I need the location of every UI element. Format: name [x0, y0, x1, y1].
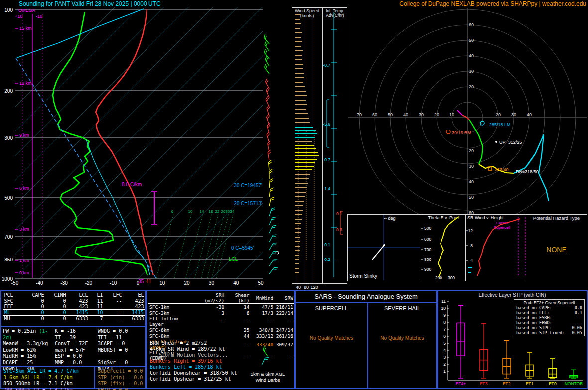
kinematics-row: SFC-8km44333/12261/16 — [148, 333, 294, 339]
svg-text:41: 41 — [146, 279, 152, 284]
stp-legend-title: Prob EF2+ Given Supercell — [514, 300, 584, 305]
svg-text:0: 0 — [137, 280, 140, 286]
svg-text:285/18 LM: 285/18 LM — [489, 122, 511, 127]
stp-legend-row: based on ESRH:-- — [514, 315, 584, 320]
svg-text:40: 40 — [403, 112, 408, 117]
svg-text:20: 20 — [434, 112, 439, 117]
svg-text:39/16 RM: 39/16 RM — [452, 130, 471, 135]
svg-text:8.0 C/km: 8.0 C/km — [122, 182, 142, 187]
index-value: TT = 39 — [55, 335, 98, 341]
svg-text:20: 20 — [469, 148, 474, 153]
svg-text:40: 40 — [233, 280, 239, 286]
kinematic-value: Bunkers Left = 285/18 kt — [150, 364, 250, 370]
divider — [296, 302, 436, 303]
sharppy-sounding-display: Sounding for PANT Valid Fri 28 Nov 2025 … — [0, 0, 588, 390]
skewt-mixing-ratio-lines — [156, 214, 233, 278]
barbs-caption-1: 1km & 6km AGL — [242, 371, 294, 377]
svg-text:EF3: EF3 — [480, 381, 488, 386]
hazard-panel — [526, 214, 587, 281]
svg-text:11: 11 — [441, 299, 446, 304]
svg-text:6: 6 — [171, 209, 174, 214]
kinematic-value: Corfidi Upshear = 312/25 kt — [150, 376, 250, 382]
stp-legend-row: based on STPC:0.06 — [514, 325, 584, 330]
skewt-annotations: 8.0 C/km-30 C=19457'-20 C=15713'0 C=5945… — [122, 182, 279, 284]
page-title: Sounding for PANT Valid Fri 28 Nov 2025 … — [19, 0, 161, 7]
svg-text:3 km: 3 km — [19, 227, 29, 232]
svg-text:15 km: 15 km — [19, 26, 32, 31]
stp-legend-row: based on CAPE:0.0 — [514, 305, 584, 310]
svg-text:120: 120 — [310, 285, 318, 290]
svg-text:NONTOR: NONTOR — [565, 381, 583, 386]
skewt-pressure-axis: 1002003005007008501000-50-40-30-20-10010… — [2, 7, 264, 286]
lapse-rate-value: 850-500mb LR = 7.1 C/km — [3, 381, 79, 387]
index-value: maxT = 57F — [55, 347, 98, 354]
index-value: MMP = 0.0 — [55, 360, 98, 366]
parcel-table: PCLCAPECINHLCLLILFCELSFC0042311--423EFF0… — [3, 292, 145, 321]
svg-text:6: 6 — [443, 334, 446, 339]
svg-text:5: 5 — [443, 341, 446, 346]
composite-index-value: SHIP = 0.0 — [98, 387, 143, 390]
hodograph: 1020304050607020304050602030402030405060… — [348, 8, 587, 226]
index-value: ESP = 0.0 — [55, 353, 98, 360]
svg-text:50: 50 — [388, 112, 393, 117]
indices-column: K = -16TT = 39ConvT = 72FmaxT = 57FESP =… — [55, 328, 98, 372]
svg-text:-10: -10 — [36, 14, 42, 19]
parcel-row-sfc: SFC0042311--423 — [3, 298, 145, 304]
storm-motion-container: BRN Shear = 2 m2/s24-6km SR Wind = 289/2… — [150, 340, 250, 382]
svg-text:500: 500 — [4, 195, 13, 201]
lapse-rates-container: Sfc-3km AGL LR = 4.7 C/km3-6km AGL LR = … — [3, 368, 79, 390]
agl-wind-barbs — [251, 339, 295, 371]
stp-legend-row: based on LCL:0.1 — [514, 310, 584, 315]
storm-slinky-panel — [347, 214, 421, 281]
svg-text:333/40: 333/40 — [495, 167, 509, 172]
skewt-wind-barbs — [263, 34, 278, 276]
svg-text:LCL: LCL — [229, 257, 238, 262]
svg-text:0 km: 0 km — [19, 270, 29, 275]
svg-text:300: 300 — [4, 135, 13, 141]
index-value — [98, 353, 146, 360]
svg-text:40: 40 — [296, 285, 301, 290]
svg-text:30: 30 — [469, 69, 474, 74]
svg-text:14: 14 — [200, 209, 204, 214]
svg-text:6 km: 6 km — [19, 186, 29, 191]
svg-text:10: 10 — [449, 112, 454, 117]
storm-motion-header: ...Storm Motion Vectors... — [150, 352, 250, 358]
svg-text:OMEGA: OMEGA — [18, 8, 35, 13]
svg-text:18: 18 — [209, 209, 213, 214]
svg-text:10: 10 — [159, 280, 165, 286]
svg-text:50: 50 — [258, 280, 264, 286]
svg-text:8: 8 — [443, 320, 446, 325]
index-value: MidRH = 15% — [3, 353, 55, 360]
indices-column: PW = 0.25in (1-2σ)MeanW = 3.3g/kgLowRH =… — [3, 328, 55, 372]
svg-text:-30 C=19457': -30 C=19457' — [232, 183, 262, 188]
divider — [367, 302, 368, 388]
sars-hail-message: No Quality Matches — [368, 335, 436, 341]
svg-text:EF0: EF0 — [549, 381, 557, 386]
divider — [94, 366, 95, 388]
svg-text:30: 30 — [419, 112, 424, 117]
svg-text:12 km: 12 km — [19, 81, 32, 86]
sars-hail-header: SEVERE HAIL — [368, 305, 436, 311]
theta-e-panel — [421, 214, 466, 281]
kinematics-row: SFC-6km25340/8247/14 — [148, 327, 294, 333]
svg-text:70: 70 — [357, 112, 362, 117]
svg-text:-50: -50 — [11, 280, 19, 286]
svg-text:1: 1 — [443, 369, 446, 374]
lapse-rate-value: 3-6km AGL LR = 7.4 C/km — [3, 375, 79, 381]
svg-text:DN=318/50: DN=318/50 — [516, 169, 539, 174]
svg-text:30: 30 — [226, 209, 230, 214]
svg-text:EF1: EF1 — [526, 381, 534, 386]
svg-text:0 C=5945': 0 C=5945' — [231, 245, 254, 251]
composite-index-value: Supercell = 0.0 — [98, 368, 143, 375]
svg-text:50: 50 — [469, 38, 474, 43]
kinematic-value: Bunkers Right = 39/16 kt — [150, 358, 250, 364]
stp-legend-row: based on EBWD:-- — [514, 320, 584, 325]
svg-text:60: 60 — [469, 22, 474, 27]
svg-text:40: 40 — [469, 53, 474, 58]
parcel-row-mu: MU0063337--6333 — [3, 316, 145, 322]
index-value: 3CAPE = 0 — [98, 341, 146, 347]
svg-text:1000: 1000 — [2, 276, 13, 282]
index-value: ConvT = 72F — [55, 341, 98, 347]
sars-supercell-message: No Quality Matches — [296, 335, 367, 341]
svg-text:30: 30 — [469, 164, 474, 169]
